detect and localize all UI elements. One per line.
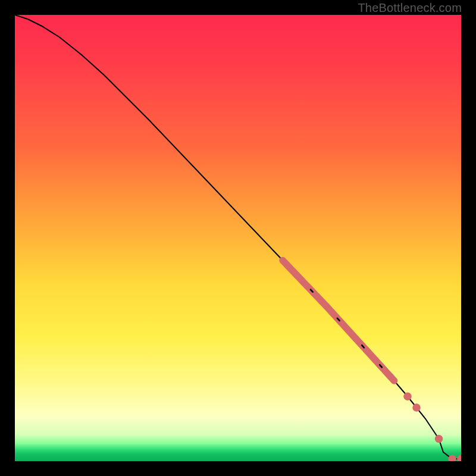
chart-data-marker: [457, 455, 461, 462]
chart-svg: [15, 15, 461, 461]
chart-data-marker: [448, 455, 456, 462]
chart-stage: TheBottleneck.com: [0, 0, 476, 476]
chart-data-marker: [412, 403, 421, 412]
watermark-text: TheBottleneck.com: [358, 1, 462, 15]
chart-curve-path: [15, 15, 461, 459]
chart-data-marker: [435, 435, 443, 443]
chart-marker-segment: [391, 377, 394, 381]
chart-data-marker: [403, 393, 412, 401]
plot-area: [15, 15, 461, 461]
chart-marker-layer: [283, 261, 461, 462]
